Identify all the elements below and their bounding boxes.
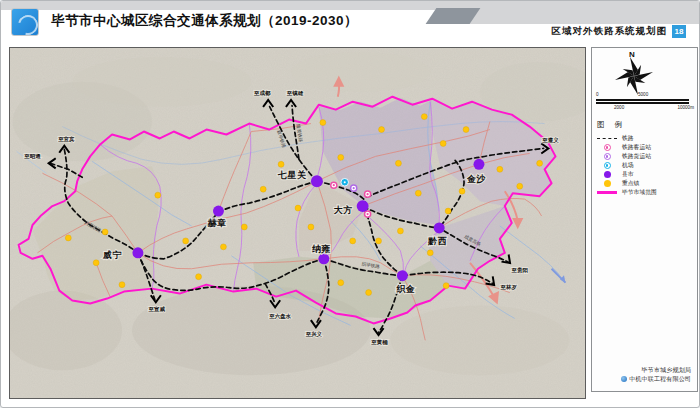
town-dot (278, 161, 284, 167)
legend-symbol-ring-icon (597, 153, 617, 160)
header: 毕节市中心城区综合交通体系规划（2019-2030） 区域对外铁路系统规划图 1… (1, 1, 700, 45)
city-label: 威宁 (102, 250, 122, 260)
sheet-number-badge: 18 (672, 25, 686, 38)
town-dot (183, 238, 189, 244)
scale-label-10000: 10000m (677, 105, 694, 110)
legend-row: 铁路 (597, 134, 695, 143)
city-dot (357, 200, 369, 212)
city-label: 黔西 (427, 236, 447, 246)
town-dot (463, 127, 469, 133)
town-dot (376, 238, 382, 244)
city-label: 织金 (395, 284, 415, 294)
legend: 铁路铁路客运站铁路货运站机场县市重点镇毕节市域范围 (597, 134, 695, 197)
legend-row: 毕节市域范围 (597, 188, 695, 197)
town-dot (395, 160, 401, 166)
legend-symbol-dash-line-icon (597, 138, 617, 139)
town-dot (445, 208, 451, 214)
town-dot (443, 283, 449, 289)
town-dot (295, 205, 301, 211)
town-dot (415, 190, 421, 196)
town-dot (537, 160, 543, 166)
city-dot (397, 270, 408, 281)
station-dot (333, 184, 335, 186)
town-dot (220, 244, 226, 250)
map-sidebar: N 0 5000 (591, 47, 698, 392)
plan-title: 毕节市中心城区综合交通体系规划（2019-2030） (51, 12, 358, 30)
legend-label: 铁路 (622, 134, 634, 143)
legend-symbol-dot-icon (597, 171, 617, 178)
plan-sheet: 毕节市中心城区综合交通体系规划（2019-2030） 区域对外铁路系统规划图 1… (0, 0, 700, 408)
city-label: 大方 (334, 205, 353, 215)
planning-bureau-logo (11, 8, 39, 36)
sheet-title: 区域对外铁路系统规划图 (552, 25, 668, 38)
station-dot (367, 193, 369, 195)
exit-label: 至贵阳 (511, 267, 528, 274)
legend-label: 毕节市域范围 (622, 188, 657, 197)
exit-label: 至林歹 (500, 284, 518, 291)
city-dot (132, 247, 143, 258)
legend-symbol-ring-icon (597, 162, 617, 169)
exit-label: 至镇雄 (286, 90, 304, 97)
exit-label: 至宣威 (148, 306, 166, 312)
attribution-company: 中机中联工程有限公司 (629, 375, 691, 384)
exit-label: 至成都 (253, 90, 271, 97)
legend-symbol-dot-icon (597, 180, 617, 187)
town-dot (350, 238, 356, 244)
sheet-title-row: 区域对外铁路系统规划图 18 (552, 25, 687, 38)
scale-label-2000: 2000 (614, 105, 624, 110)
town-dot (497, 166, 503, 172)
city-dot (473, 159, 484, 170)
town-dot (308, 224, 314, 230)
town-dot (427, 250, 433, 256)
legend-symbol-ring-icon (597, 144, 617, 151)
legend-row: 重点镇 (597, 179, 695, 188)
exit-label: 至宜宾 (57, 136, 75, 143)
map-panel: 内昆铁路叙毕铁路隆黄铁路成贵高铁织毕铁路 七星关赫章威宁大方纳雍织金黔西金沙 至… (9, 47, 586, 399)
legend-label: 机场 (622, 161, 634, 170)
city-dot (311, 175, 323, 187)
town-dot (366, 290, 372, 296)
town-dot (260, 186, 266, 192)
scale-label-5000: 5000 (638, 92, 648, 97)
town-dot (517, 183, 523, 189)
town-dot (320, 120, 326, 126)
town-dot (459, 188, 465, 194)
exit-label: 至黄桶 (370, 339, 388, 346)
legend-label: 重点镇 (622, 179, 639, 188)
city-dot (318, 253, 329, 264)
city-dot (434, 223, 445, 234)
airport-center (344, 181, 346, 183)
town-dot (440, 140, 446, 146)
town-dot (119, 282, 125, 288)
legend-label: 县市 (622, 170, 634, 179)
town-dot (65, 235, 71, 241)
scale-bar: 0 5000 2000 10000m (596, 92, 694, 112)
legend-row: 县市 (597, 170, 695, 179)
town-dot (93, 260, 99, 266)
legend-symbol-solid-line-icon (597, 191, 617, 193)
scale-label-0: 0 (596, 92, 599, 97)
legend-label: 铁路货运站 (622, 152, 651, 161)
exit-label: 至六盘水 (268, 313, 291, 320)
city-label: 纳雍 (311, 244, 331, 254)
city-label: 七星关 (277, 170, 307, 180)
railway-map: 内昆铁路叙毕铁路隆黄铁路成贵高铁织毕铁路 七星关赫章威宁大方纳雍织金黔西金沙 至… (10, 48, 585, 398)
legend-label: 铁路客运站 (622, 143, 651, 152)
exit-label: 至遵义 (541, 137, 559, 143)
company-logo-icon (621, 376, 627, 382)
station-dot (367, 213, 369, 215)
legend-row: 铁路货运站 (597, 152, 695, 161)
exit-label: 至兴义 (305, 331, 323, 338)
legend-row: 机场 (597, 161, 695, 170)
compass-rose-icon (606, 56, 662, 96)
town-dot (421, 114, 427, 120)
town-dot (397, 228, 403, 234)
town-dot (379, 127, 385, 133)
attribution: 毕节市城乡规划局 中机中联工程有限公司 (621, 366, 691, 385)
attribution-bureau: 毕节市城乡规划局 (621, 366, 691, 375)
town-dot (102, 229, 108, 235)
city-label: 赫章 (208, 218, 227, 228)
legend-row: 铁路客运站 (597, 143, 695, 152)
station-dot (353, 187, 355, 189)
town-dot (338, 154, 344, 160)
